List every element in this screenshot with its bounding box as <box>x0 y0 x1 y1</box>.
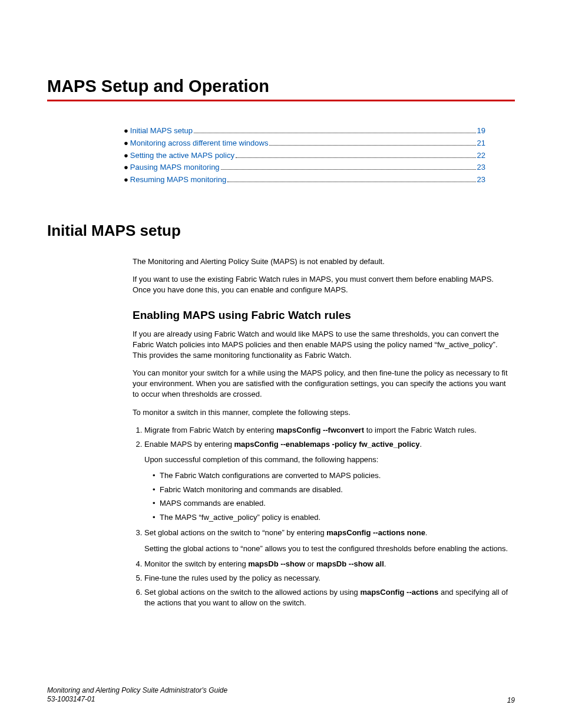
toc-entry: ● Initial MAPS setup 19 <box>124 125 485 137</box>
step-subtext: Setting the global actions to “none” all… <box>144 543 512 554</box>
title-rule <box>47 100 515 101</box>
step-text: . <box>419 440 422 449</box>
paragraph: If you want to use the existing Fabric W… <box>133 274 512 295</box>
toc-leader <box>221 169 476 170</box>
paragraph: To monitor a switch in this manner, comp… <box>133 407 512 418</box>
list-item: MAPS commands are enabled. <box>153 498 512 509</box>
toc-page-number: 23 <box>477 162 485 174</box>
section-body: The Monitoring and Alerting Policy Suite… <box>47 256 515 609</box>
page-footer: Monitoring and Alerting Policy Suite Adm… <box>47 686 515 704</box>
step-text: Set global actions on the switch to the … <box>144 588 360 597</box>
toc-link-resuming[interactable]: Resuming MAPS monitoring <box>130 174 226 186</box>
step-text: Monitor the switch by entering <box>144 559 248 568</box>
step-5: Fine-tune the rules used by the policy a… <box>144 573 512 584</box>
command-text: mapsConfig --enablemaps -policy fw_activ… <box>234 440 419 449</box>
page: MAPS Setup and Operation ● Initial MAPS … <box>0 0 562 728</box>
toc-link-pausing[interactable]: Pausing MAPS monitoring <box>130 162 220 174</box>
toc-link-initial-setup[interactable]: Initial MAPS setup <box>130 125 193 137</box>
bullet-icon: ● <box>124 162 128 174</box>
step-2: Enable MAPS by entering mapsConfig --ena… <box>144 439 512 523</box>
step-4: Monitor the switch by entering mapsDb --… <box>144 559 512 569</box>
footer-doc-number: 53-1003147-01 <box>47 695 227 704</box>
toc-link-active-policy[interactable]: Setting the active MAPS policy <box>130 150 234 162</box>
toc-page-number: 22 <box>477 150 485 162</box>
footer-doc-title: Monitoring and Alerting Policy Suite Adm… <box>47 686 227 696</box>
toc-leader <box>194 133 475 133</box>
step-6: Set global actions on the switch to the … <box>144 587 512 608</box>
toc-leader <box>227 182 475 182</box>
toc-leader <box>269 145 475 146</box>
toc-page-number: 23 <box>477 174 485 186</box>
paragraph: The Monitoring and Alerting Policy Suite… <box>133 256 512 267</box>
chapter-title: MAPS Setup and Operation <box>47 77 515 96</box>
step-text: Migrate from Fabric Watch by entering <box>144 426 276 434</box>
toc-entry: ● Pausing MAPS monitoring 23 <box>124 162 485 174</box>
bullet-list: The Fabric Watch configurations are conv… <box>144 470 512 523</box>
table-of-contents: ● Initial MAPS setup 19 ● Monitoring acr… <box>47 125 515 186</box>
toc-leader <box>236 157 476 158</box>
toc-page-number: 19 <box>477 125 485 137</box>
step-text: . <box>384 559 386 568</box>
toc-entry: ● Setting the active MAPS policy 22 <box>124 150 485 162</box>
step-subtext: Upon successful completion of this comma… <box>144 454 512 465</box>
command-text: mapsConfig --actions none <box>326 528 425 537</box>
footer-page-number: 19 <box>507 696 515 704</box>
bullet-icon: ● <box>124 125 128 137</box>
paragraph: If you are already using Fabric Watch an… <box>133 329 512 361</box>
toc-link-monitoring-windows[interactable]: Monitoring across different time windows <box>130 137 269 150</box>
procedure-list: Migrate from Fabric Watch by entering ma… <box>133 425 512 609</box>
step-text: Set global actions on the switch to “non… <box>144 528 326 537</box>
toc-entry: ● Resuming MAPS monitoring 23 <box>124 174 485 186</box>
section-heading-initial-setup: Initial MAPS setup <box>47 222 515 240</box>
bullet-icon: ● <box>124 174 128 186</box>
step-text: Enable MAPS by entering <box>144 440 234 449</box>
command-text: mapsDb --show <box>248 559 305 568</box>
step-1: Migrate from Fabric Watch by entering ma… <box>144 425 512 436</box>
step-text: . <box>425 528 428 537</box>
list-item: Fabric Watch monitoring and commands are… <box>153 484 512 496</box>
toc-page-number: 21 <box>477 137 485 150</box>
step-text: to import the Fabric Watch rules. <box>364 426 477 434</box>
paragraph: You can monitor your switch for a while … <box>133 368 512 400</box>
list-item: The MAPS “fw_active_policy” policy is en… <box>153 512 512 523</box>
footer-left: Monitoring and Alerting Policy Suite Adm… <box>47 686 227 704</box>
step-3: Set global actions on the switch to “non… <box>144 528 512 554</box>
list-item: The Fabric Watch configurations are conv… <box>153 470 512 482</box>
command-text: mapsConfig --actions <box>360 588 438 597</box>
step-text: or <box>305 559 316 568</box>
command-text: mapsConfig --fwconvert <box>276 426 364 434</box>
bullet-icon: ● <box>124 137 128 150</box>
bullet-icon: ● <box>124 150 128 162</box>
command-text: mapsDb --show all <box>316 559 384 568</box>
subsection-heading-enabling: Enabling MAPS using Fabric Watch rules <box>133 309 512 322</box>
toc-entry: ● Monitoring across different time windo… <box>124 137 485 150</box>
